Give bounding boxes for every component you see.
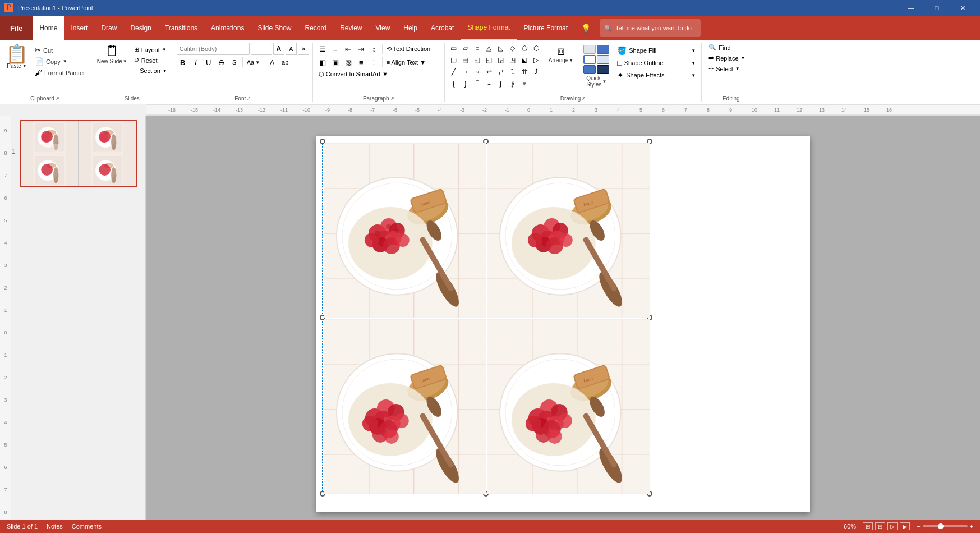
shape-effects-button[interactable]: ✦ Shape Effects ▼ [615,70,698,81]
arrange-button[interactable]: ⧈ Arrange▼ [544,43,578,66]
shape-b5[interactable]: ∫ [495,78,507,89]
tab-design[interactable]: Design [123,16,158,40]
drawing-expand-icon[interactable]: ↗ [582,96,586,101]
statusbar-notes[interactable]: Notes [47,523,63,530]
shape-hex[interactable]: ⬡ [531,43,542,54]
image-4[interactable]: Lotus [487,319,650,494]
shape-da3[interactable]: ⇄ [495,66,507,77]
tab-home[interactable]: Home [33,16,64,40]
bullets-button[interactable]: ☰ [316,43,329,55]
decrease-indent-button[interactable]: ⇤ [342,43,355,55]
image-3[interactable]: Lotus [324,319,487,494]
shape-da5[interactable]: ⇈ [519,66,530,77]
reading-view-button[interactable]: ▷ [887,522,898,530]
quick-styles-button[interactable]: QuickStyles▼ [580,43,613,90]
tab-shape-format[interactable]: Shape Format [461,16,517,40]
italic-button[interactable]: I [190,56,202,68]
tab-review[interactable]: Review [333,16,369,40]
shape-pentagon[interactable]: ⬠ [519,43,530,54]
shape-da4[interactable]: ⤵ [507,66,518,77]
zoom-in-button[interactable]: + [970,523,973,530]
shape-fill-button[interactable]: 🪣 Shape Fill ▼ [615,45,698,56]
tab-help[interactable]: Help [397,16,424,40]
tab-record[interactable]: Record [298,16,333,40]
shape-line[interactable]: ╱ [448,66,459,77]
minimize-button[interactable]: — [898,0,924,16]
close-button[interactable]: ✕ [950,0,976,16]
zoom-out-button[interactable]: − [917,523,920,530]
text-direction-button[interactable]: ⟲ Text Direction [384,44,433,54]
statusbar-comments[interactable]: Comments [72,523,102,530]
copy-button[interactable]: 📄 Copy ▼ [33,56,88,67]
shape-right-tri[interactable]: ◺ [495,43,507,54]
canvas-area[interactable]: Lotus [146,116,980,532]
shape-b6[interactable]: ∮ [507,78,518,89]
shape-r7[interactable]: ⬕ [519,54,530,66]
shape-da6[interactable]: ⤴ [531,66,542,77]
align-right-button[interactable]: ▧ [342,56,355,68]
tab-view[interactable]: View [369,16,397,40]
shape-da2[interactable]: ↩ [484,66,495,77]
tab-acrobat[interactable]: Acrobat [424,16,461,40]
shape-r2[interactable]: ▤ [460,54,471,66]
shape-r3[interactable]: ◰ [472,54,483,66]
shapes-more-button[interactable]: ▼ [519,78,530,89]
image-grid[interactable]: Lotus [324,143,650,494]
font-expand-icon[interactable]: ↗ [247,96,251,101]
reset-button[interactable]: ↺ Reset [132,56,169,65]
shape-b4[interactable]: ⌣ [484,78,495,89]
tab-insert[interactable]: Insert [64,16,94,40]
font-size-input[interactable] [251,43,272,55]
new-slide-button[interactable]: 🗒 New Slide▼ [95,43,130,66]
maximize-button[interactable]: □ [924,0,950,16]
align-center-button[interactable]: ▣ [329,56,342,68]
clear-format-button[interactable]: ✕ [298,43,309,55]
paragraph-expand-icon[interactable]: ↗ [390,96,394,101]
shape-da[interactable]: ⤷ [472,66,483,77]
convert-smartart-button[interactable]: ⬡ Convert to SmartArt ▼ [316,70,390,79]
image-2[interactable]: Lotus [487,143,650,318]
shadow-button[interactable]: S [228,56,241,68]
slideshow-button[interactable]: ▶ [900,522,910,530]
shape-r1[interactable]: ▢ [448,54,459,66]
layout-button[interactable]: ⊞ Layout ▼ [132,45,169,54]
select-button[interactable]: ⊹ Select ▼ [705,64,743,73]
slide-thumbnail-1[interactable] [20,120,137,187]
font-name-input[interactable] [177,43,250,55]
shape-rect[interactable]: ▭ [448,43,459,54]
increase-indent-button[interactable]: ⇥ [355,43,367,55]
case-button[interactable]: Aa▼ [245,58,262,67]
shape-r4[interactable]: ◱ [484,54,495,66]
decrease-font-button[interactable]: A [286,43,297,55]
shape-b2[interactable]: } [460,78,471,89]
shape-arrow[interactable]: → [460,66,471,77]
tab-slideshow[interactable]: Slide Show [251,16,298,40]
underline-button[interactable]: U [203,56,215,68]
cut-button[interactable]: ✂ Cut [33,45,88,56]
slide-canvas[interactable]: Lotus [316,136,810,512]
search-box[interactable]: 🔍 Tell me what you want to do [600,19,701,37]
shape-circle[interactable]: ○ [472,43,483,54]
replace-button[interactable]: ⇌ Replace ▼ [705,53,748,63]
shape-r5[interactable]: ◲ [495,54,507,66]
highlight-button[interactable]: ab [279,56,291,68]
paste-button[interactable]: 📋 Paste▼ [2,43,31,71]
align-left-button[interactable]: ◧ [316,56,329,68]
shape-diamond[interactable]: ◇ [507,43,518,54]
normal-view-button[interactable]: ⊞ [863,522,873,530]
shape-b1[interactable]: { [448,78,459,89]
tab-transitions[interactable]: Transitions [158,16,204,40]
shape-r8[interactable]: ▷ [531,54,542,66]
shape-rect2[interactable]: ▱ [460,43,471,54]
columns-button[interactable]: ⋮ [368,56,380,68]
tab-animations[interactable]: Animations [204,16,251,40]
slide-sorter-button[interactable]: ⊟ [875,522,885,530]
increase-font-button[interactable]: A [273,43,284,55]
shape-b3[interactable]: ⌒ [472,78,483,89]
justify-button[interactable]: ≡ [355,56,367,68]
format-painter-button[interactable]: 🖌 Format Painter [33,67,88,78]
numbering-button[interactable]: ≡ [329,43,342,55]
clipboard-expand-icon[interactable]: ↗ [56,96,59,101]
tab-draw[interactable]: Draw [94,16,123,40]
strikethrough-button[interactable]: S [215,56,228,68]
